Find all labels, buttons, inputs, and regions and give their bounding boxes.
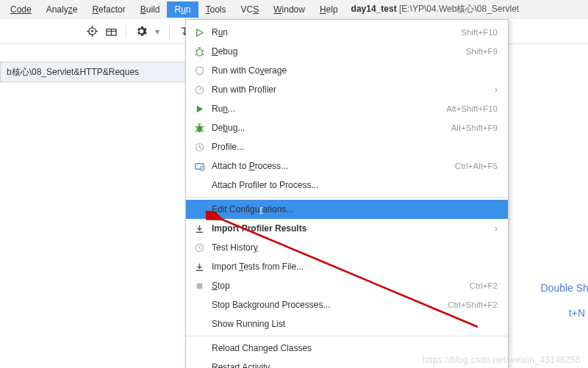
menu-code[interactable]: Code	[3, 1, 39, 18]
project-path: [E:\YP\04.Web核心\08_Servlet	[399, 4, 519, 14]
bug-icon	[193, 46, 205, 57]
menu-shortcut: Ctrl+Shift+F2	[448, 300, 498, 309]
coverage-icon	[193, 65, 205, 76]
menu-item-stop: StopCtrl+F2	[186, 276, 508, 295]
stop-icon	[193, 280, 205, 292]
run-menu-dropdown: RunShift+F10DebugShift+F9Run with Covera…	[185, 19, 509, 368]
menu-window[interactable]: Window	[266, 1, 312, 18]
menu-analyze[interactable]: Analyze	[39, 1, 85, 18]
svg-point-3	[196, 48, 202, 55]
menu-item-run[interactable]: RunShift+F10	[186, 23, 508, 42]
menu-item-label: Profile...	[212, 142, 498, 152]
submenu-arrow-icon: ›	[490, 84, 498, 95]
menu-item-label: Debug...	[212, 123, 445, 133]
menu-item-label: Debug	[212, 46, 459, 57]
menu-shortcut: Ctrl+Alt+F5	[455, 162, 498, 170]
menu-item-debug[interactable]: DebugShift+F9	[186, 42, 508, 61]
gear-icon[interactable]	[135, 25, 148, 38]
menu-item-label: Run with Coverage	[212, 65, 498, 76]
side-hint-2: t+N	[569, 307, 585, 319]
svg-rect-10	[196, 283, 202, 289]
menu-tools[interactable]: Tools	[198, 1, 234, 18]
attach-icon	[193, 160, 205, 172]
toolbar-separator	[169, 25, 170, 38]
blank-icon	[193, 342, 205, 354]
submenu-arrow-icon: ›	[490, 223, 498, 234]
watermark: https://blog.csdn.net/weixin_43146256	[423, 355, 581, 365]
menu-refactor[interactable]: Refactor	[85, 1, 132, 18]
menu-item-label: Run...	[212, 104, 440, 114]
bug-solid-icon	[193, 122, 205, 134]
menu-item-run-with-profiler: Run with Profiler›	[186, 80, 508, 99]
breadcrumb[interactable]: b核心\08_Servlet&HTTP&Reques	[0, 62, 186, 82]
menu-run[interactable]: Run	[167, 1, 198, 18]
menu-separator	[186, 197, 508, 198]
side-hint-1: Double Shi	[541, 282, 589, 294]
menu-item-profile: Profile...	[186, 137, 508, 156]
chevron-down-icon[interactable]: ▾	[154, 25, 161, 38]
profiler-icon	[193, 84, 205, 95]
menu-item-label: Import Profiler Results	[212, 223, 484, 234]
menubar: Code Analyze Refactor Build Run Tools VC…	[0, 0, 588, 19]
menu-item-test-history: Test History	[186, 238, 508, 257]
menu-shortcut: Alt+Shift+F10	[446, 104, 498, 113]
history-icon	[193, 242, 205, 253]
menu-item-label: Reload Changed Classes	[212, 343, 498, 353]
target-icon[interactable]	[85, 25, 98, 38]
menu-item-import-tests-from-file[interactable]: Import Tests from File...	[186, 257, 508, 276]
blank-icon	[193, 361, 205, 368]
play-solid-icon	[193, 103, 205, 115]
menu-shortcut: Alt+Shift+F9	[451, 123, 498, 132]
menu-item-run-with-coverage: Run with Coverage	[186, 61, 508, 80]
svg-point-1	[91, 30, 93, 32]
svg-point-5	[196, 125, 202, 131]
menu-item-label: Test History	[212, 242, 498, 253]
play-outline-icon	[193, 26, 205, 38]
menu-separator	[186, 336, 508, 336]
menu-shortcut: Ctrl+F2	[470, 281, 498, 290]
menu-item-label: Attach to Process...	[212, 161, 448, 171]
profile-icon	[193, 141, 205, 153]
menu-shortcut: Shift+F10	[461, 28, 498, 37]
menu-item-label: Import Tests from File...	[212, 261, 498, 272]
toolbar-separator	[126, 25, 126, 38]
menu-shortcut: Shift+F9	[466, 47, 498, 56]
blank-icon	[193, 299, 205, 311]
menu-item-label: Show Running List	[212, 319, 498, 329]
project-name: day14_test	[351, 4, 397, 14]
menu-vcs[interactable]: VCS	[234, 1, 267, 18]
menu-item-stop-background-processes: Stop Background Processes...Ctrl+Shift+F…	[186, 295, 508, 314]
menu-item-attach-to-process[interactable]: Attach to Process...Ctrl+Alt+F5	[186, 156, 508, 176]
menu-item-edit-configurations[interactable]: Edit Configurations...	[186, 200, 508, 219]
blank-icon	[193, 318, 205, 330]
import-icon	[193, 223, 205, 234]
menu-item-label: Run with Profiler	[212, 84, 484, 95]
menu-build[interactable]: Build	[133, 1, 168, 18]
menu-item-attach-profiler-to-process[interactable]: Attach Profiler to Process...	[186, 176, 508, 195]
blank-icon	[193, 179, 205, 191]
menu-item-show-running-list[interactable]: Show Running List	[186, 314, 508, 333]
menu-item-label: Attach Profiler to Process...	[212, 180, 498, 190]
menu-item-run[interactable]: Run...Alt+Shift+F10	[186, 99, 508, 118]
import-icon	[193, 261, 205, 273]
menu-help[interactable]: Help	[312, 1, 345, 18]
menu-item-label: Stop	[212, 281, 463, 291]
project-label: day14_test [E:\YP\04.Web核心\08_Servlet	[351, 3, 520, 15]
menu-item-label: Run	[212, 27, 454, 37]
menu-item-import-profiler-results[interactable]: Import Profiler Results›	[186, 219, 508, 238]
split-icon[interactable]	[104, 25, 118, 38]
menu-item-debug[interactable]: Debug...Alt+Shift+F9	[186, 118, 508, 137]
blank-icon	[193, 203, 205, 215]
menu-item-label: Edit Configurations...	[212, 204, 498, 214]
menu-item-label: Stop Background Processes...	[212, 300, 441, 310]
